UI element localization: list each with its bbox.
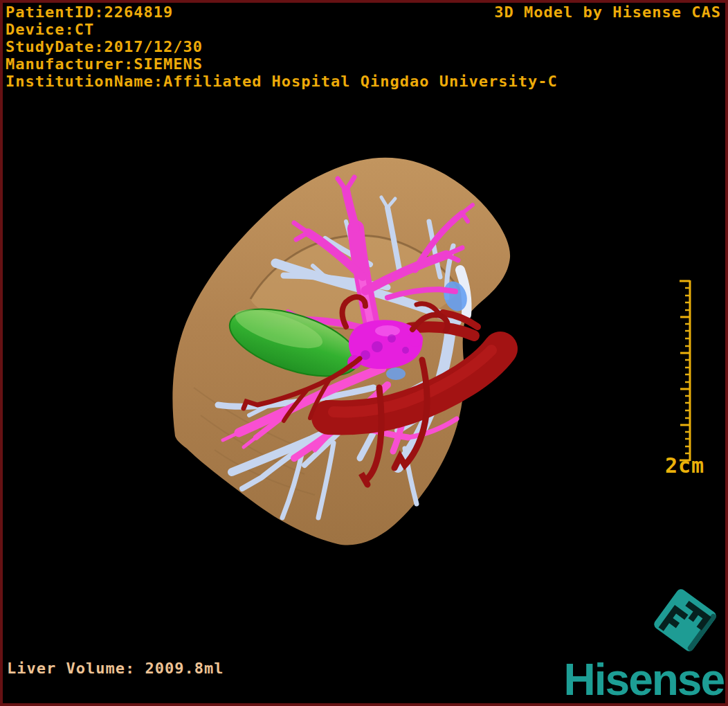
- patient-id-text: PatientID:2264819: [6, 3, 173, 21]
- study-date-text: StudyDate:2017/12/30: [6, 38, 203, 55]
- hisense-wordmark: Hisense: [564, 658, 724, 702]
- scale-label: 2cm: [665, 453, 704, 478]
- manufacturer-text: Manufacturer:SIEMENS: [6, 55, 203, 73]
- 3d-model-viewport[interactable]: [0, 0, 728, 706]
- institution-text: InstitutionName:Affiliated Hospital Qing…: [6, 73, 558, 90]
- liver-volume-text: Liver Volume: 2009.8ml: [7, 660, 224, 677]
- watermark-text: 3D Model by Hisense CAS: [494, 3, 721, 21]
- hisense-cas-logo-icon: [641, 576, 728, 664]
- device-text: Device:CT: [6, 21, 94, 38]
